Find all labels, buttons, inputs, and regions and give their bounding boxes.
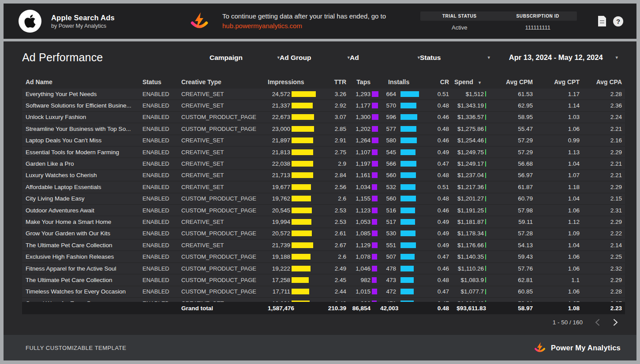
impressions-cell: 22,038 (268, 160, 290, 167)
ttr-cell: 2.45 (319, 277, 346, 283)
table-row[interactable]: Casual Wear for Every Day ENABLED CREATI… (22, 298, 625, 302)
filter-ad[interactable]: Ad▾ (350, 54, 420, 62)
cr-cell: 0.51 (420, 91, 449, 97)
installs-cell: 551 (380, 242, 396, 249)
col-avg-cpa[interactable]: Avg CPA (580, 78, 622, 85)
col-spend[interactable]: Spend ▾ (449, 78, 486, 85)
impressions-cell: 21,337 (268, 102, 290, 109)
avg-cpa-cell: 2.28 (580, 288, 622, 295)
chevron-down-icon: ▾ (487, 55, 490, 60)
table-row[interactable]: Unlock Luxury Fashion ENABLED CUSTOM_PRO… (22, 112, 625, 123)
gt-cr: 0.48 (420, 305, 449, 312)
grand-total-label: Grand total (181, 305, 268, 312)
table-row[interactable]: Garden Like a Pro ENABLED CREATIVE_SET 2… (22, 158, 625, 169)
installs-cell: 507 (380, 253, 396, 260)
table-row[interactable]: The Ultimate Pet Care Collection ENABLED… (22, 240, 625, 250)
status-cell: ENABLED (142, 149, 181, 156)
taps-bar (372, 149, 378, 155)
impressions-bar (292, 184, 311, 190)
avg-cpt-cell: 1.03 (533, 114, 580, 120)
table-row[interactable]: Timeless Watches for Every Occasion ENAB… (22, 286, 625, 297)
installs-cell: 472 (380, 288, 396, 295)
filter-ad-group[interactable]: Ad Group▾ (280, 54, 350, 62)
document-icon[interactable] (597, 15, 607, 27)
installs-cell: 473 (380, 277, 396, 283)
avg-cpt-cell: 1.06 (533, 265, 580, 272)
table-row[interactable]: Grow Your Garden with Our Kits ENABLED C… (22, 228, 625, 239)
table-row[interactable]: Luxury Watches to Cherish ENABLED CREATI… (22, 170, 625, 181)
spend-cell: $1,336.57 (449, 114, 486, 120)
avg-cpa-cell: 2.29 (580, 219, 622, 225)
installs-cell: 560 (380, 195, 396, 202)
taps-cell: 1,053 (346, 219, 371, 225)
hub-link[interactable]: hub.powermyanalytics.com (222, 21, 302, 31)
taps-cell: 1,197 (346, 160, 371, 167)
col-ttr[interactable]: TTR (319, 78, 346, 85)
table-row[interactable]: Streamline Your Business with Top So... … (22, 123, 625, 134)
spend-cell: $1,068.48 (449, 300, 486, 302)
spend-value: $1,178.34 (457, 230, 484, 237)
avg-cpa-cell: 2.29 (580, 149, 622, 156)
col-avg-cpt[interactable]: Avg CPT (533, 78, 580, 85)
status-cell: ENABLED (142, 300, 181, 302)
installs-bar (400, 301, 414, 302)
top-icons: ? (597, 15, 636, 27)
installs-cell: 545 (380, 149, 396, 156)
table-row[interactable]: Outdoor Adventures Await ENABLED CUSTOM_… (22, 205, 625, 215)
col-ad-name[interactable]: Ad Name (26, 78, 142, 85)
date-range-dropdown[interactable]: Apr 13, 2024 - May 12, 2024 ▾ (509, 53, 618, 62)
col-taps[interactable]: Taps (346, 78, 371, 85)
cr-cell: 0.49 (420, 149, 449, 156)
filter-campaign[interactable]: Campaign▾ (210, 54, 280, 62)
spend-cell: $1,217.36 (449, 184, 486, 190)
installs-cell: 517 (380, 219, 396, 225)
taps-cell: 1,155 (346, 195, 371, 202)
col-status[interactable]: Status (142, 78, 181, 85)
table-row[interactable]: Essential Tools for Modern Farming ENABL… (22, 147, 625, 157)
col-installs[interactable]: Installs (380, 78, 420, 85)
table-row[interactable]: Fitness Apparel for the Active Soul ENAB… (22, 263, 625, 274)
table-row[interactable]: Everything Your Pet Needs ENABLED CREATI… (22, 89, 625, 99)
table-row[interactable]: Affordable Laptop Essentials ENABLED CRE… (22, 182, 625, 192)
creative-type-cell: CUSTOM_PRODUCT_PAGE (181, 288, 268, 295)
table-row[interactable]: City Living Made Easy ENABLED CUSTOM_PRO… (22, 193, 625, 204)
table-row[interactable]: Make Your Home a Smart Home ENABLED CREA… (22, 216, 625, 227)
taps-cell: 1,046 (346, 265, 371, 272)
col-impressions[interactable]: Impressions (268, 78, 319, 85)
taps-bar (372, 91, 378, 97)
creative-type-cell: CREATIVE_SET (181, 160, 268, 167)
col-creative-type[interactable]: Creative Type (181, 78, 268, 85)
footer-brand-text: Power My Analytics (551, 344, 621, 352)
filter-bar: Campaign▾Ad Group▾Ad▾Status▾ (210, 54, 499, 62)
cr-cell: 0.49 (420, 242, 449, 249)
table-row[interactable]: The Ultimate Pet Care Collection ENABLED… (22, 275, 625, 285)
ad-name-cell: Unlock Luxury Fashion (26, 114, 142, 120)
filter-status[interactable]: Status▾ (420, 54, 490, 62)
spend-value: $1,181.87 (457, 219, 484, 225)
cr-cell: 0.51 (420, 184, 449, 190)
next-page-button[interactable] (612, 319, 619, 326)
impressions-cell: 21,739 (268, 242, 290, 249)
installs-cell: 560 (380, 172, 396, 178)
app-window: Apple Search Ads by Power My Analytics T (0, 0, 640, 364)
gt-avg-cpa: 2.23 (580, 305, 622, 312)
impressions-bar (292, 277, 309, 283)
col-avg-cpm[interactable]: Avg CPM (486, 78, 533, 85)
table-row[interactable]: Exclusive High Fashion Releases ENABLED … (22, 251, 625, 262)
impressions-cell: 24,572 (268, 91, 290, 97)
taps-cell: 1,085 (346, 230, 371, 237)
trial-notice-text: To continue getting data after your tria… (222, 11, 386, 31)
table-row[interactable]: Software Solutions for Efficient Busine.… (22, 100, 625, 111)
help-icon[interactable]: ? (613, 16, 623, 26)
table-row[interactable]: Laptop Deals You Can't Miss ENABLED CREA… (22, 135, 625, 146)
avg-cpm-cell: 60.85 (486, 288, 533, 295)
impressions-cell: 20,545 (268, 207, 290, 214)
ad-name-cell: Outdoor Adventures Await (26, 207, 142, 214)
avg-cpt-cell: 1.07 (533, 300, 580, 302)
col-cr[interactable]: CR (420, 78, 449, 85)
installs-bar (400, 254, 415, 260)
prev-page-button[interactable] (594, 319, 601, 326)
installs-bar (400, 149, 415, 155)
ttr-cell: 2.44 (319, 288, 346, 295)
spend-value: $1,077.7 (460, 288, 484, 295)
